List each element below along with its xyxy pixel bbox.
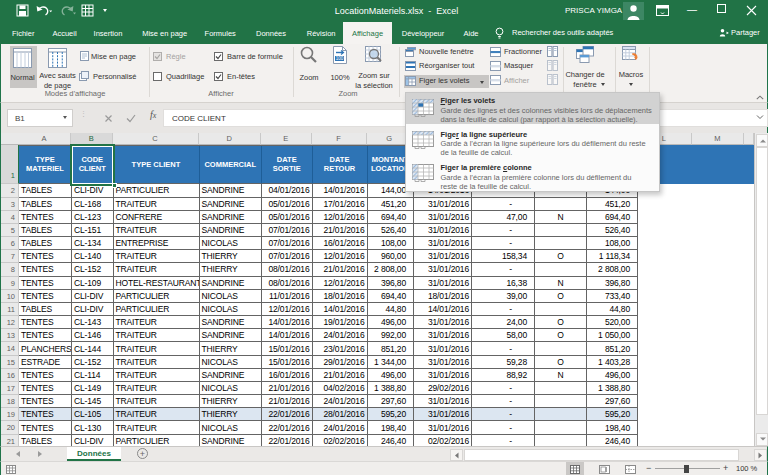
svg-text:100: 100 [336,56,344,61]
